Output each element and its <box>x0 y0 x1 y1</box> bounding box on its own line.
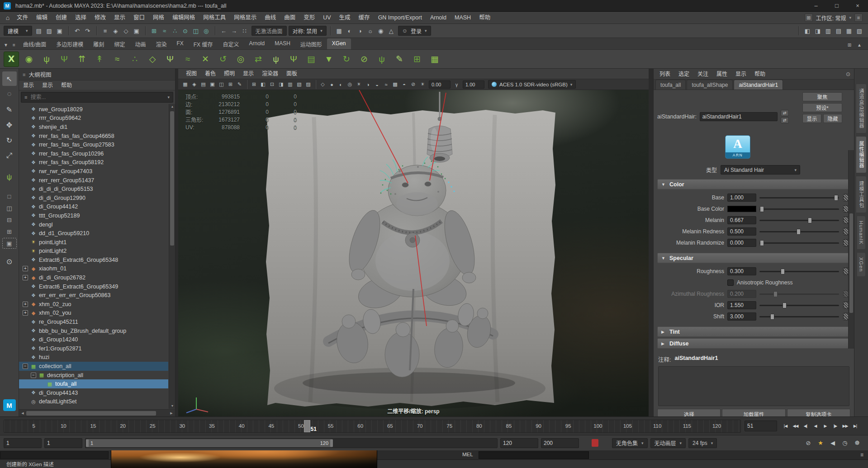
undo-icon[interactable]: ↶ <box>72 26 82 36</box>
current-frame-field[interactable]: 51 <box>745 421 777 431</box>
safe-title-icon[interactable]: ▨ <box>304 80 313 89</box>
ae-tab[interactable]: toufa_allShape <box>687 80 733 90</box>
shelf-tab[interactable]: 渲染 <box>151 38 171 49</box>
character-set-selector[interactable]: 无角色集 ▾ <box>612 438 648 448</box>
outliner-item[interactable]: +◆xhm_02_zuo <box>19 300 168 309</box>
command-language-label[interactable]: MEL <box>462 452 473 457</box>
render-frame-icon[interactable]: ◐ <box>345 26 355 36</box>
expander-icon[interactable]: − <box>31 373 36 378</box>
snap-to-view-plane-icon[interactable]: ◫ <box>191 26 201 36</box>
outliner-menu[interactable]: 显示 <box>38 80 57 90</box>
guides-to-curves-icon[interactable]: ψ <box>268 52 284 67</box>
step-forward-frame-button[interactable]: ▶▶ <box>840 421 850 431</box>
comb-guides-icon[interactable]: ↟ <box>92 52 107 67</box>
select-by-component-icon[interactable]: ◇ <box>121 26 131 36</box>
scroll-up-icon[interactable]: ▲ <box>169 104 175 109</box>
outliner-item[interactable]: ❖di_Group44142 <box>19 203 168 212</box>
shelf-tab[interactable]: 自定义 <box>218 38 244 49</box>
film-gate-icon[interactable]: ◧ <box>259 80 267 89</box>
menu-item[interactable]: 帮助 <box>475 12 494 24</box>
shelf-tab[interactable]: XGen <box>327 38 351 49</box>
add-guide-icon[interactable]: ψ <box>39 52 54 67</box>
outliner-item[interactable]: ❖rrer_fas_fas_Group58192 <box>19 158 168 167</box>
width-brush-icon[interactable]: ◇ <box>145 52 160 67</box>
playback-range-bar[interactable]: 1 120 <box>86 439 333 447</box>
shelf-editor-icon[interactable]: ⊞ <box>845 40 854 49</box>
snap-to-projected-center-icon[interactable]: ⊙ <box>180 26 190 36</box>
outliner-item[interactable]: ❖tttt_Group52189 <box>19 211 168 220</box>
pane-layout-four-icon[interactable]: ⊞ <box>2 226 17 237</box>
outliner-item[interactable]: ❖di_di_Group12990 <box>19 194 168 203</box>
pane-layout-two-stack-icon[interactable]: ⊟ <box>2 214 17 225</box>
frame-bookmark-icon[interactable] <box>592 439 598 447</box>
scale-tool-icon[interactable]: ⤢ <box>2 148 17 163</box>
update-preview-icon[interactable]: ↻ <box>339 52 354 67</box>
menu-item[interactable]: 显示 <box>110 12 129 24</box>
playback-end-field[interactable]: 120 <box>500 438 538 448</box>
exposure-field[interactable]: 0.00 <box>429 80 451 89</box>
shelf-hide-icon[interactable]: ▲ <box>855 40 863 49</box>
workspace-selector[interactable]: ⊞ 工作区: 常规 ▾ ≡ <box>805 14 863 22</box>
animation-layer-selector[interactable]: 无动画层 ▾ <box>650 438 686 448</box>
side-tab[interactable]: 建模工具包 <box>856 176 866 213</box>
description-editor-icon[interactable]: ▦ <box>427 52 442 67</box>
frame-all-icon[interactable]: ⊘ <box>803 438 814 449</box>
viewport-menu[interactable]: 面板 <box>282 69 301 79</box>
outliner-item[interactable]: ◎defaultLightSet <box>19 397 168 407</box>
use-default-material-icon[interactable]: ◎ <box>346 80 354 89</box>
slider-handle[interactable] <box>773 291 778 297</box>
shelf-tab[interactable]: Arnold <box>244 38 270 49</box>
redo-icon[interactable]: ↷ <box>83 26 93 36</box>
shelf-options-icon[interactable]: ≡ <box>10 40 18 49</box>
slider[interactable] <box>759 220 839 221</box>
lock-camera-icon[interactable]: ◈ <box>190 80 199 89</box>
auto-key-icon[interactable]: ★ <box>815 438 826 449</box>
outliner-item[interactable]: ❖Extract6_Extract6_Group65348 <box>19 255 168 265</box>
menu-set-selector[interactable]: 建模 ▾ <box>4 26 32 36</box>
scrollbar-thumb[interactable] <box>26 411 156 416</box>
swap-input-icon[interactable]: ⇄ <box>781 110 789 116</box>
checkbox[interactable] <box>727 279 734 286</box>
slider-handle[interactable] <box>834 195 838 201</box>
outliner-item[interactable]: ❖rwr_rwr_Group47403 <box>19 167 168 176</box>
attribute-editor-scrollbar[interactable] <box>848 150 854 349</box>
move-tool-icon[interactable]: ✥ <box>2 118 17 132</box>
select-camera-icon[interactable]: ▦ <box>181 80 190 89</box>
lasso-tool-icon[interactable]: ◌ <box>2 87 17 101</box>
gate-mask-icon[interactable]: ◨ <box>277 80 285 89</box>
menu-item[interactable]: 生成 <box>335 12 355 24</box>
value-field[interactable]: 1.000 <box>727 194 756 202</box>
type-selector[interactable]: Ai Standard Hair ▾ <box>721 165 800 175</box>
menu-item[interactable]: 文件 <box>13 12 32 24</box>
outliner-search[interactable]: ≡ ▾ <box>21 92 173 103</box>
home-icon[interactable]: ⌂ <box>3 14 13 21</box>
wireframe-icon[interactable]: ◇ <box>318 80 327 89</box>
playback-start-field[interactable]: 1 <box>44 438 82 448</box>
menu-item[interactable]: 网格显示 <box>230 12 261 24</box>
snap-to-grid-icon[interactable]: ⊞ <box>149 26 159 36</box>
attribute-editor-menu[interactable]: 显示 <box>731 69 750 80</box>
grid-icon[interactable]: ⊞ <box>250 80 258 89</box>
outliner-menu[interactable]: 显示 <box>19 80 38 90</box>
make-live-icon[interactable]: ◎ <box>201 26 211 36</box>
value-field[interactable]: 0.000 <box>727 239 756 247</box>
shelf-tab[interactable]: 多边形建模 <box>51 38 88 49</box>
side-tab[interactable]: HumanIK <box>857 216 865 249</box>
select-by-object-icon[interactable]: ◈ <box>111 26 121 36</box>
shelf-menu-icon[interactable]: ▼ <box>2 40 10 49</box>
no-live-surface[interactable]: 无激活曲面 <box>251 26 287 36</box>
create-description-icon[interactable]: ◉ <box>21 52 37 67</box>
value-field[interactable]: 0.200 <box>727 290 756 298</box>
go-to-end-button[interactable]: ▶| <box>850 421 860 431</box>
slider-handle[interactable] <box>760 240 764 246</box>
outliner-item[interactable]: ❖Extract6_Extract6_Group65349 <box>19 282 168 291</box>
shelf-tab[interactable]: MASH <box>270 38 295 49</box>
swap-output-icon[interactable]: ⇄ <box>781 117 789 123</box>
save-scene-icon[interactable]: ▣ <box>55 26 65 36</box>
shelf-tab[interactable]: FX 缓存 <box>189 38 218 49</box>
slider-handle[interactable] <box>770 314 774 320</box>
node-name-field[interactable]: aiStandardHair1 <box>700 112 778 121</box>
outliner-item[interactable]: ❖di_di_di_Group65153 <box>19 184 168 194</box>
coil-modifier-icon[interactable]: ↺ <box>215 52 231 67</box>
menu-item[interactable]: 网格 <box>149 12 168 24</box>
